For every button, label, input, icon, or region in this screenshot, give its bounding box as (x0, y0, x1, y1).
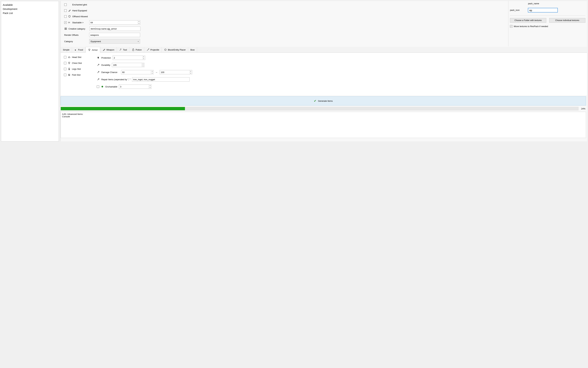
category-select[interactable]: Equipment ▾ (89, 39, 140, 44)
damage-chance-label: Damage Chance (101, 71, 119, 74)
protection-value[interactable] (113, 56, 142, 60)
feet-slot-checkbox[interactable] (64, 74, 66, 76)
durability-spinner[interactable]: ▲▼ (112, 63, 144, 67)
progress-fill (61, 107, 185, 110)
category-label: Category (64, 40, 88, 43)
spinner-down-icon[interactable]: ▼ (142, 65, 144, 67)
pack-name-input[interactable] (528, 8, 558, 12)
pack-icon-label: pack_icon (510, 9, 520, 11)
protection-icon (97, 56, 100, 59)
damage-chance-max-value[interactable] (160, 70, 189, 74)
item-options: Enchanted glint Hand Equipped Offhand Al… (61, 1, 508, 46)
head-slot-label: Head Slot (72, 56, 81, 58)
block-icon (164, 48, 167, 51)
hand-equipped-checkbox[interactable] (64, 9, 67, 12)
enchantable-spinner[interactable]: ▲▼ (119, 84, 152, 89)
tab-potion[interactable]: Potion (129, 47, 144, 53)
spinner-up-icon[interactable]: ▲ (190, 70, 192, 72)
sidebar: Available Development Pack List (1, 1, 59, 141)
spinner-down-icon[interactable]: ▼ (151, 72, 153, 74)
durability-label: Durability (101, 64, 110, 66)
pack-name-label: pack_name (528, 2, 585, 5)
damage-chance-min-spinner[interactable]: ▲▼ (121, 70, 153, 74)
svg-point-2 (165, 49, 166, 51)
tab-tool[interactable]: Tool (117, 47, 129, 53)
main-panel: Enchanted glint Hand Equipped Offhand Al… (60, 1, 587, 141)
enchantable-value[interactable] (119, 85, 149, 89)
repair-items-label: Repair Items (seperated by ", " (101, 78, 130, 81)
spinner-up-icon[interactable]: ▲ (138, 20, 140, 23)
generate-items-button[interactable]: ✔ Generate Items (61, 96, 586, 105)
spinner-down-icon[interactable]: ▼ (142, 58, 145, 60)
arrow-icon (146, 48, 150, 51)
offhand-allowed-checkbox[interactable] (64, 15, 67, 18)
move-textures-checkbox[interactable] (510, 25, 512, 28)
enchantable-label: Enchantable (105, 85, 117, 88)
progress-percent: 24% (579, 108, 586, 110)
svg-text:64: 64 (68, 22, 70, 23)
range-separator: -- (155, 71, 158, 74)
sidebar-item-available[interactable]: Available (2, 3, 58, 7)
item-type-tabs: Simple Food Armor Weapon Tool Potion (61, 47, 587, 53)
food-icon (74, 48, 77, 51)
chest-slot-label: Chest Slot (72, 62, 82, 64)
progress-bar-wrap: 24% (61, 107, 586, 110)
feet-slot-label: Feet Slot (72, 74, 80, 76)
legs-slot-label: Legs Slot (72, 68, 81, 70)
damage-chance-max-spinner[interactable]: ▲▼ (160, 70, 192, 74)
protection-label: Protection (101, 57, 111, 59)
head-slot-checkbox[interactable] (64, 56, 66, 58)
tab-weapon[interactable]: Weapon (100, 47, 117, 53)
potion-icon (132, 48, 135, 51)
sidebar-item-pack-list[interactable]: Pack List (2, 11, 58, 15)
enchanted-glint-label: Enchanted glint (72, 3, 87, 6)
armor-tab-body: Head Slot Chest Slot Legs Slot Feet Slot (61, 53, 587, 95)
stackable-spinner[interactable]: ▲▼ (89, 20, 140, 25)
stack-icon: 64 (68, 21, 71, 24)
sidebar-item-development[interactable]: Development (2, 7, 58, 11)
tab-armor[interactable]: Armor (85, 47, 100, 53)
spinner-up-icon[interactable]: ▲ (142, 63, 144, 65)
tab-projectile[interactable]: Projectile (144, 47, 162, 53)
damage-chance-min-value[interactable] (121, 70, 151, 74)
pack-panel: pack_icon pack_name Choose a Folder with… (508, 1, 587, 46)
legs-slot-checkbox[interactable] (64, 68, 66, 70)
spinner-up-icon[interactable]: ▲ (142, 56, 145, 58)
creative-category-input[interactable] (89, 27, 141, 31)
category-select-value: Equipment (91, 40, 101, 43)
render-offsets-input[interactable] (89, 33, 140, 37)
tab-simple[interactable]: Simple (61, 47, 72, 53)
pickaxe-icon (119, 48, 122, 51)
stackable-checkbox[interactable] (64, 21, 67, 24)
spinner-up-icon[interactable]: ▲ (149, 85, 151, 87)
sword-icon (68, 9, 71, 12)
book-icon (64, 27, 67, 30)
tab-bow[interactable]: Bow (188, 47, 197, 53)
chestplate-icon (68, 62, 71, 64)
choose-folder-button[interactable]: Choose a Folder with textures (510, 18, 546, 23)
shield-icon (68, 15, 71, 18)
repair-items-input[interactable] (132, 77, 190, 82)
render-offsets-label: Render Offsets (64, 34, 88, 36)
tab-food[interactable]: Food (72, 47, 85, 53)
stackable-value[interactable] (89, 20, 138, 24)
enchanted-glint-checkbox[interactable] (64, 3, 67, 6)
console-output: AJG: Advanced Items: Console (61, 112, 586, 138)
progress-bar (61, 107, 579, 110)
spinner-down-icon[interactable]: ▼ (190, 72, 192, 74)
move-textures-label: Move textures to ResPack if needed (514, 25, 548, 28)
stackable-label: Stackable > (72, 21, 88, 24)
enchantable-checkbox[interactable] (97, 85, 99, 88)
hammer-icon (97, 71, 100, 74)
chest-slot-checkbox[interactable] (64, 62, 66, 64)
spinner-down-icon[interactable]: ▼ (138, 23, 140, 25)
hammer-icon (97, 78, 100, 81)
spinner-up-icon[interactable]: ▲ (151, 70, 153, 72)
durability-value[interactable] (112, 63, 142, 67)
spinner-down-icon[interactable]: ▼ (149, 87, 151, 89)
protection-spinner[interactable]: ▲▼ (113, 56, 145, 60)
choose-individual-button[interactable]: Choose individual textures (549, 18, 586, 23)
leggings-icon (68, 67, 71, 70)
tab-block-placer[interactable]: Block/Entity Placer (162, 47, 188, 53)
weapon-icon (103, 48, 105, 51)
